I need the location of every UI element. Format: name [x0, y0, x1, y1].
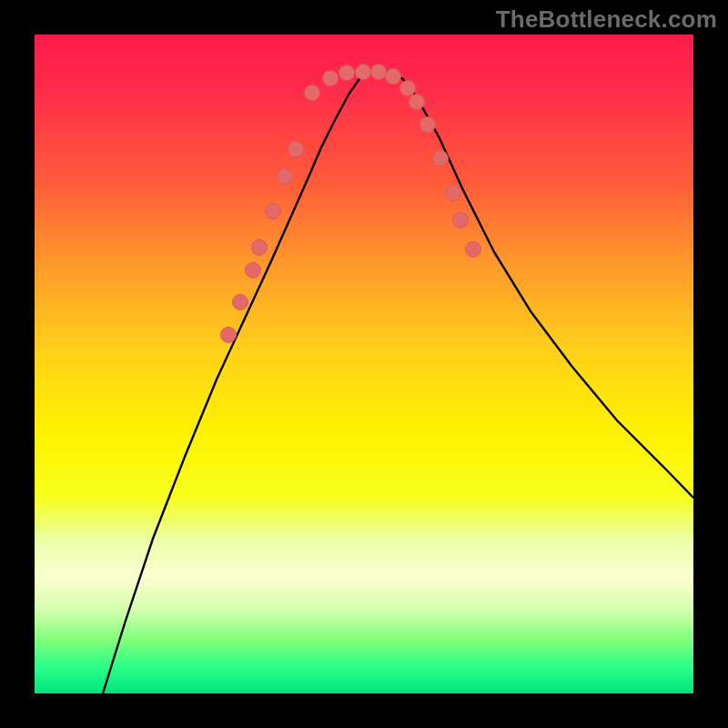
marker-dot [221, 328, 237, 343]
plot-area [35, 35, 693, 693]
marker-dot [446, 186, 461, 201]
marker-dot [266, 204, 281, 219]
marker-dot [410, 95, 425, 110]
bottleneck-curve [103, 72, 693, 693]
marker-dot [233, 295, 248, 310]
marker-dot [305, 86, 320, 101]
marker-dot [400, 81, 416, 96]
chart-frame: TheBottleneck.com [0, 0, 728, 728]
marker-dot [466, 242, 481, 258]
marker-dot [420, 117, 436, 133]
watermark-text: TheBottleneck.com [496, 5, 717, 34]
marker-dot [252, 240, 268, 256]
chart-overlay [35, 35, 693, 693]
marker-dot [339, 66, 355, 81]
marker-dot [371, 65, 387, 80]
marker-dot [246, 263, 261, 278]
marker-dot [386, 69, 401, 85]
marker-dot [323, 71, 339, 86]
marker-group [221, 65, 481, 343]
marker-dot [453, 213, 469, 228]
marker-dot [288, 142, 304, 157]
marker-dot [278, 169, 293, 185]
marker-dot [433, 151, 449, 167]
marker-dot [356, 65, 371, 80]
